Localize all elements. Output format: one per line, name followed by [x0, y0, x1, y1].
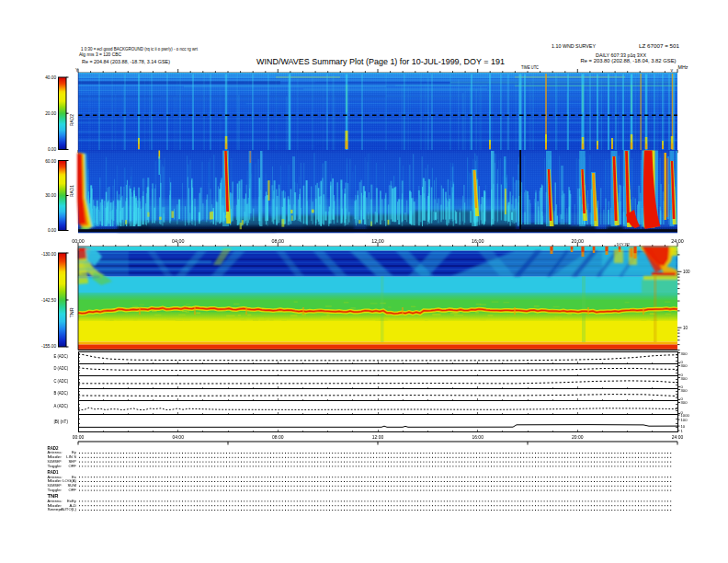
svg-text:LZ 67007 = 501: LZ 67007 = 501	[639, 43, 679, 49]
svg-text:16:00: 16:00	[472, 435, 483, 440]
svg-text:04:00: 04:00	[172, 435, 184, 440]
svg-text:|B| (nT): |B| (nT)	[54, 419, 69, 424]
svg-text:24:00: 24:00	[672, 435, 684, 440]
svg-text:Toggle:: Toggle:	[48, 488, 63, 492]
svg-text:RAD2: RAD2	[70, 114, 74, 126]
svg-text:1.10 WND SURVEY: 1.10 WND SURVEY	[552, 43, 597, 49]
svg-text:OFF: OFF	[68, 488, 76, 492]
svg-text:60.00: 60.00	[45, 159, 56, 164]
svg-text:AUTO(L): AUTO(L)	[61, 507, 77, 511]
svg-text:-155.00: -155.00	[41, 344, 56, 349]
svg-text:20:00: 20:00	[572, 435, 584, 440]
svg-text:300: 300	[681, 400, 688, 405]
svg-text:300: 300	[681, 376, 688, 381]
svg-text:WIND/WAVES Summary Plot (Page: WIND/WAVES Summary Plot (Page 1) for 10-…	[256, 56, 505, 66]
svg-text:-130.00: -130.00	[41, 252, 56, 257]
svg-text:00:00: 00:00	[73, 435, 85, 440]
svg-text:C (ADC): C (ADC)	[54, 379, 69, 384]
svg-text:08:00: 08:00	[272, 435, 284, 440]
svg-text:100: 100	[683, 270, 690, 274]
svg-text:30.00: 30.00	[45, 193, 56, 198]
svg-text:10: 10	[683, 326, 688, 330]
svg-text:MHz: MHz	[678, 65, 689, 70]
svg-text:Re = 203.80 (202.88, -18.04,: Re = 203.80 (202.88, -18.04, 3.82 GSE)	[581, 57, 677, 63]
svg-text:TNR: TNR	[70, 307, 74, 318]
svg-text:Alg rms 3 = 120 CBC: Alg rms 3 = 120 CBC	[79, 52, 121, 57]
svg-text:300: 300	[681, 351, 688, 356]
svg-text:300: 300	[681, 388, 688, 393]
svg-text:40.00: 40.00	[45, 75, 56, 80]
svg-text:300: 300	[681, 363, 688, 368]
svg-text:-142.50: -142.50	[41, 298, 56, 303]
svg-text:D (ADC): D (ADC)	[54, 366, 69, 371]
svg-text:TIME UTC: TIME UTC	[521, 65, 540, 70]
svg-text:0.00: 0.00	[48, 228, 57, 233]
svg-text:E (ADC): E (ADC)	[54, 354, 69, 359]
svg-text:DOY 192: DOY 192	[617, 242, 631, 247]
svg-text:Re = 204.84 (203.88, -18.78: Re = 204.84 (203.88, -18.78, 3.14 GSE)	[82, 58, 170, 64]
svg-text:Toggle:: Toggle:	[48, 464, 63, 468]
svg-text:20.00: 20.00	[45, 111, 56, 116]
svg-text:B (ADC): B (ADC)	[54, 391, 69, 396]
svg-text:RAD1: RAD1	[70, 185, 74, 197]
svg-text:A (ADC): A (ADC)	[54, 404, 69, 408]
svg-text:0.00: 0.00	[48, 147, 57, 152]
svg-text:100: 100	[681, 418, 688, 422]
svg-text:OFF: OFF	[68, 464, 76, 468]
svg-text:12:00: 12:00	[372, 435, 384, 440]
